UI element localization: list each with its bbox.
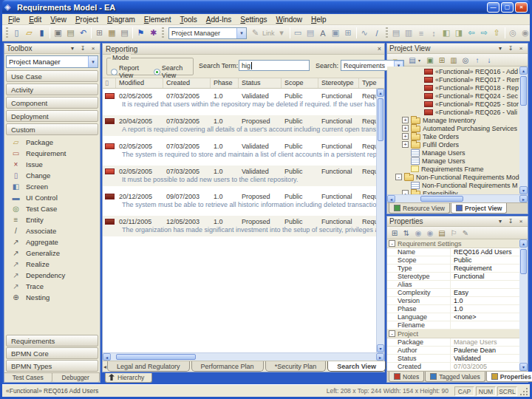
scroll-left-icon[interactable]: ◂ [387, 195, 395, 202]
property-created[interactable]: Created07/03/2005 [387, 363, 519, 371]
save-icon[interactable]: ▮ [35, 27, 48, 39]
alphabetical-icon[interactable]: ⇅ [400, 228, 412, 239]
column-created[interactable]: Created [163, 78, 211, 88]
tab-search-view[interactable]: Search View [327, 361, 386, 372]
locate-up-icon[interactable]: ↑ [471, 55, 483, 66]
menu-item-tools[interactable]: Tools [176, 16, 202, 24]
close-button[interactable]: × [515, 2, 528, 13]
column-phase[interactable]: Phase [211, 78, 239, 88]
properties-vertical-scrollbar[interactable]: ▴ ▾ [519, 239, 528, 371]
property-name[interactable]: NameREQ016 Add Users [387, 248, 519, 256]
tree-item-manage-inventory[interactable]: +Manage Inventory [387, 116, 519, 124]
property-stereotype[interactable]: StereotypeFunctional [387, 273, 519, 281]
toolbox-item-associate[interactable]: /Associate [4, 225, 100, 236]
property-section-requirement-settings[interactable]: -Requirement Settings [387, 239, 519, 248]
property-value[interactable]: 07/03/2005 [451, 363, 519, 370]
requirement-row[interactable]: 20/12/200509/07/20031.0ProposedPublicFun… [103, 191, 376, 211]
new-file-icon[interactable]: ▯ [10, 27, 23, 39]
shape-tool-icon[interactable]: ∿ [358, 27, 371, 39]
scroll-up-icon[interactable]: ▴ [377, 89, 384, 97]
toolbox-item-issue[interactable]: ×Issue [4, 159, 100, 170]
tab-notes[interactable]: Notes [389, 372, 424, 382]
forward-icon[interactable]: ⇨ [478, 27, 491, 39]
documentation-icon[interactable]: ▥ [448, 55, 460, 66]
package-browser-icon[interactable]: ▦ [106, 27, 118, 39]
requirement-row[interactable]: 02/05/200507/03/20051.0ValidatedPublicFu… [103, 90, 376, 111]
toolbox-item-requirement[interactable]: ▭Requirement [4, 148, 100, 159]
up-level-icon[interactable]: ⇧ [491, 27, 503, 39]
zoom-out-icon[interactable]: ◎ [507, 27, 519, 39]
properties-close-icon[interactable]: × [516, 217, 525, 225]
tab-security-plan[interactable]: *Security Plan [265, 361, 327, 372]
property-value[interactable]: Requirement [451, 265, 519, 272]
property-value[interactable]: Functional [451, 273, 519, 280]
menu-item-add-ins[interactable]: Add-Ins [202, 16, 236, 24]
copy-icon[interactable]: ▣ [52, 27, 64, 39]
prev-property-icon[interactable]: ◉ [412, 228, 424, 239]
tab-tagged-values[interactable]: Tagged Values [425, 372, 485, 382]
properties-pin-icon[interactable]: ↧ [506, 217, 515, 225]
tabs-scroll-left-icon[interactable]: ◂ [103, 361, 106, 372]
menu-item-element[interactable]: Element [140, 16, 176, 24]
toolbox-item-trace[interactable]: ↗Trace [4, 281, 100, 292]
property-value[interactable]: Paulene Dean [451, 347, 519, 354]
new-element-icon[interactable]: ▣ [424, 55, 436, 66]
combo-dropdown-icon[interactable]: ▾ [88, 56, 98, 67]
column-status[interactable]: Status [239, 78, 282, 88]
requirement-row[interactable]: 02/11/200512/05/20031.0ProposedPublicFun… [103, 216, 376, 236]
image-tool-icon[interactable]: ▣ [330, 27, 342, 39]
project-view-close-icon[interactable]: × [516, 44, 525, 52]
project-view-menu-icon[interactable]: ▾ [496, 44, 505, 52]
toolbox-item-aggregate[interactable]: ↗Aggregate [4, 236, 100, 248]
toolbox-item-change[interactable]: ▯Change [4, 170, 100, 181]
outline-list-icon[interactable]: ▤ [390, 27, 403, 39]
property-value[interactable]: Public [451, 256, 519, 264]
tree-item-non-functional-requirements-m[interactable]: Non-Functional Requirements M [387, 181, 519, 189]
locate-down-icon[interactable]: ↓ [483, 55, 495, 66]
note-tool-icon[interactable]: ▤ [304, 27, 317, 39]
property-status[interactable]: StatusValidated [387, 355, 519, 363]
print-icon[interactable]: ▤ [118, 27, 131, 39]
advanced-icon[interactable]: ✎ [460, 228, 471, 239]
expand-icon[interactable]: + [402, 125, 409, 132]
toolbox-close-icon[interactable]: × [89, 44, 98, 52]
help-icon[interactable]: ✱ [147, 27, 160, 39]
toolbox-section-deployment[interactable]: Deployment [6, 110, 98, 122]
scrollbar-thumb[interactable] [520, 76, 527, 106]
property-version[interactable]: Version1.0 [387, 297, 519, 305]
requirement-row[interactable]: 02/05/200507/03/20051.0ValidatedPublicFu… [103, 140, 376, 161]
collapse-icon[interactable]: - [389, 240, 395, 247]
property-package[interactable]: PackageManage Users [387, 338, 519, 347]
scrollbar-thumb[interactable] [116, 354, 196, 360]
categorized-icon[interactable]: ⊞ [389, 228, 400, 239]
tree-item-automated-purchasing-services[interactable]: +Automated Purchasing Services [387, 124, 519, 132]
tree-item-functional-req024-sec[interactable]: «Functional» REQ024 - Sec [387, 92, 519, 100]
property-phase[interactable]: Phase1.0 [387, 305, 519, 313]
menu-item-settings[interactable]: Settings [236, 16, 271, 24]
scrollbar-thumb[interactable] [520, 249, 527, 274]
collapse-icon[interactable]: - [402, 190, 409, 194]
toolbox-section-custom[interactable]: Custom [6, 123, 98, 135]
back-icon[interactable]: ⇦ [466, 27, 478, 39]
expand-icon[interactable]: + [402, 141, 409, 148]
zoom-in-icon[interactable]: ◉ [519, 27, 530, 39]
scroll-right-icon[interactable]: ▸ [376, 353, 384, 361]
sort-icon[interactable]: ↕ [428, 27, 440, 39]
column-stereotype[interactable]: Stereotype [318, 78, 359, 88]
menu-item-view[interactable]: View [46, 16, 71, 24]
reporting-close-icon[interactable]: × [378, 45, 381, 52]
toolbox-tab-test-cases[interactable]: Test Cases [4, 373, 52, 382]
property-value[interactable]: REQ016 Add Users [451, 248, 519, 256]
tree-item-functional-req018-rep[interactable]: «Functional» REQ018 - Rep [387, 83, 519, 92]
column-type[interactable]: Type [359, 78, 384, 88]
scroll-left-icon[interactable]: ◂ [103, 353, 111, 361]
combo-dropdown-icon[interactable]: ▾ [236, 28, 246, 38]
toolbox-menu-icon[interactable]: ▾ [68, 44, 77, 52]
dropdown-icon[interactable]: ▾ [418, 58, 424, 63]
toolbox-item-screen[interactable]: ◧Screen [4, 181, 100, 192]
alerts-icon[interactable]: ⚐ [448, 228, 460, 239]
element-detail-icon[interactable]: ◨ [453, 27, 466, 39]
property-value[interactable]: 1.0 [451, 297, 519, 304]
requirement-row[interactable]: 20/04/200507/03/20051.0ProposedPublicFun… [103, 115, 376, 136]
collapse-icon[interactable]: - [389, 330, 395, 337]
